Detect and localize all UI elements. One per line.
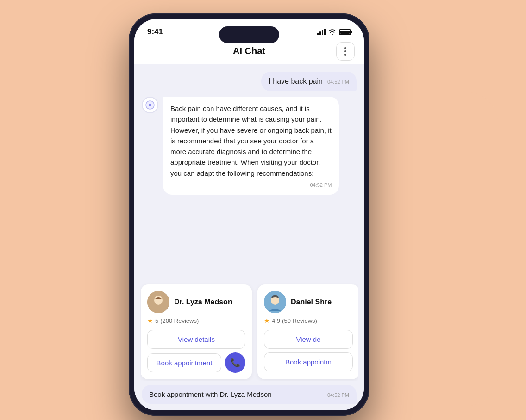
- svg-point-1: [149, 104, 151, 106]
- bottom-user-text: Book appontment with Dr. Lyza Medson: [149, 390, 272, 398]
- view-details-button-1[interactable]: View de: [264, 330, 353, 349]
- doctor-name-1: Daniel Shre: [291, 298, 332, 306]
- ai-text-1: Back pain can have different causes, and…: [170, 105, 332, 177]
- ai-avatar: [142, 97, 158, 113]
- ai-message-1: Back pain can have different causes, and…: [142, 97, 357, 195]
- wifi-icon: [328, 29, 336, 35]
- view-details-button-0[interactable]: View details: [147, 330, 245, 349]
- star-icon-1: ★: [264, 317, 270, 324]
- phone-screen: 9:41 AI Chat: [134, 19, 364, 410]
- book-appointment-button-1[interactable]: Book appointm: [264, 352, 353, 371]
- phone-icon-0: 📞: [230, 358, 240, 368]
- header-title: AI Chat: [233, 46, 265, 56]
- bottom-user-time: 04:52 PM: [327, 392, 349, 398]
- reviews-0: (200 Reviews): [160, 317, 199, 324]
- call-button-0[interactable]: 📞: [225, 352, 245, 373]
- star-icon-0: ★: [147, 317, 153, 324]
- dynamic-island: [219, 26, 279, 43]
- rating-value-0: 5: [155, 317, 158, 324]
- status-time: 9:41: [147, 27, 163, 37]
- user-message-1: I have back pain 04:52 PM: [142, 72, 357, 91]
- doctors-area: Dr. Lyza Medson ★ 5 (200 Reviews) View d…: [134, 283, 364, 381]
- app-header: AI Chat: [134, 40, 364, 64]
- doctor-rating-0: ★ 5 (200 Reviews): [147, 317, 245, 324]
- dots-icon: [344, 47, 346, 56]
- bottom-message-area: Book appontment with Dr. Lyza Medson 04:…: [134, 381, 364, 410]
- doctor-card-1: Daniel Shre ★ 4.9 (50 Reviews) View de B…: [257, 284, 358, 379]
- doctor-avatar-1: [264, 291, 286, 313]
- ai-time-1: 04:52 PM: [170, 181, 332, 189]
- doctors-scroll: Dr. Lyza Medson ★ 5 (200 Reviews) View d…: [140, 283, 358, 381]
- ai-bubble-1: Back pain can have different causes, and…: [163, 97, 339, 195]
- book-appointment-button-0[interactable]: Book appointment: [147, 353, 221, 372]
- rating-value-1: 4.9: [272, 317, 280, 324]
- reviews-1: (50 Reviews): [282, 317, 317, 324]
- doctor-avatar-0: [147, 291, 169, 313]
- doctor-rating-1: ★ 4.9 (50 Reviews): [264, 317, 353, 324]
- bottom-user-message: Book appontment with Dr. Lyza Medson 04:…: [142, 385, 357, 404]
- menu-button[interactable]: [336, 42, 355, 61]
- action-row-0: Book appointment 📞: [147, 352, 245, 373]
- chat-area: I have back pain 04:52 PM Back pain can …: [134, 64, 364, 283]
- phone-device: 9:41 AI Chat: [129, 13, 369, 416]
- user-text-1: I have back pain: [269, 77, 323, 86]
- action-row-1: Book appointm: [264, 352, 353, 371]
- doctor-card-0: Dr. Lyza Medson ★ 5 (200 Reviews) View d…: [141, 284, 252, 379]
- doctor-name-0: Dr. Lyza Medson: [174, 298, 232, 306]
- user-time-1: 04:52 PM: [327, 79, 349, 85]
- signal-icon: [317, 29, 326, 35]
- doctor-header-1: Daniel Shre: [264, 291, 353, 313]
- battery-icon: [339, 29, 351, 35]
- status-icons: [317, 29, 351, 35]
- user-bubble-1: I have back pain 04:52 PM: [261, 72, 357, 91]
- doctor-header-0: Dr. Lyza Medson: [147, 291, 245, 313]
- svg-point-4: [155, 296, 162, 303]
